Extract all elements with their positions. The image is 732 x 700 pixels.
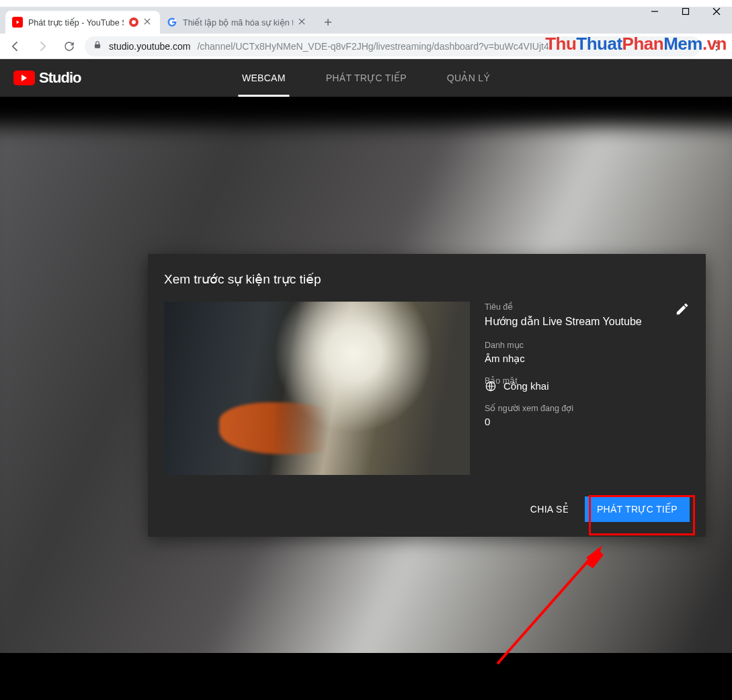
nav-reload-button[interactable]: [58, 36, 81, 56]
studio-header: Studio WEBCAM PHÁT TRỰC TIẾP QUẢN LÝ: [0, 59, 732, 97]
browser-tab[interactable]: Thiết lập bộ mã hóa sự kiện trực: [160, 11, 315, 34]
studio-logo[interactable]: Studio: [13, 69, 81, 87]
youtube-icon: [12, 17, 23, 28]
waiting-label: Số người xem đang đợi: [485, 403, 690, 413]
share-button[interactable]: CHIA SẺ: [530, 504, 569, 515]
new-tab-button[interactable]: [319, 13, 337, 32]
preview-event-modal: Xem trước sự kiện trực tiếp Tiêu đề Hướn…: [148, 254, 706, 537]
browser-tabstrip: Phát trực tiếp - YouTube Stu Thiết lập b…: [0, 7, 732, 34]
category-label: Danh mục: [485, 340, 690, 350]
modal-title: Xem trước sự kiện trực tiếp: [164, 271, 690, 287]
google-icon: [167, 17, 177, 28]
svg-rect-12: [95, 44, 100, 48]
edit-icon[interactable]: [675, 302, 690, 319]
nav-webcam-tab[interactable]: WEBCAM: [242, 59, 286, 97]
window-close-button[interactable]: [701, 0, 732, 23]
tab-close-icon[interactable]: [144, 17, 153, 27]
annotation-arrow-icon: [484, 529, 632, 677]
youtube-play-icon: [13, 71, 35, 85]
svg-line-17: [497, 550, 598, 664]
nav-live-tab[interactable]: PHÁT TRỰC TIẾP: [326, 59, 407, 97]
nav-manage-tab[interactable]: QUẢN LÝ: [447, 59, 490, 97]
studio-brand: Studio: [39, 69, 81, 87]
tab-close-icon[interactable]: [298, 17, 308, 27]
lock-icon: [93, 40, 102, 52]
recording-indicator-icon: [129, 17, 138, 27]
watermark: ThuThuatPhanMem.vn: [545, 34, 727, 54]
waiting-value: 0: [485, 416, 690, 427]
tab-title: Thiết lập bộ mã hóa sự kiện trực: [183, 17, 293, 28]
youtube-studio-app: Studio WEBCAM PHÁT TRỰC TIẾP QUẢN LÝ Xem…: [0, 59, 732, 700]
nav-back-button[interactable]: [4, 36, 27, 56]
svg-rect-1: [683, 9, 689, 15]
studio-nav: WEBCAM PHÁT TRỰC TIẾP QUẢN LÝ: [242, 59, 490, 97]
category-value: Âm nhạc: [485, 353, 690, 365]
globe-icon: [485, 380, 497, 392]
url-path: /channel/UCTx8HyNMeN_VDE-q8vF2JHg/livest…: [197, 41, 548, 52]
nav-forward-button[interactable]: [31, 36, 54, 56]
privacy-value: Công khai: [503, 380, 549, 392]
webcam-preview: [164, 302, 470, 475]
title-value: Hướng dẫn Live Stream Youtube: [485, 314, 690, 329]
window-controls: [639, 0, 732, 23]
window-maximize-button[interactable]: [670, 0, 701, 23]
url-host: studio.youtube.com: [109, 41, 190, 52]
window-minimize-button[interactable]: [639, 0, 670, 23]
tab-title: Phát trực tiếp - YouTube Stu: [28, 17, 124, 28]
title-label: Tiêu đề: [485, 302, 690, 312]
browser-tab-active[interactable]: Phát trực tiếp - YouTube Stu: [5, 11, 160, 34]
